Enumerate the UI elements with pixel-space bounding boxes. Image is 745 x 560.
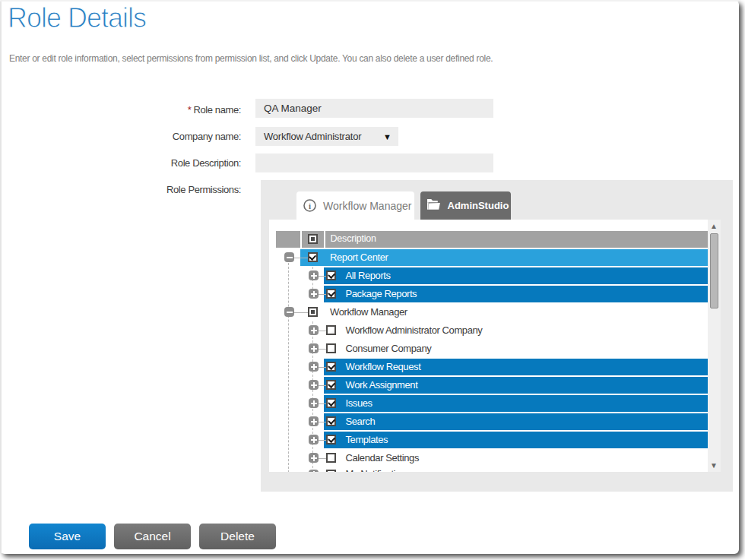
svg-text:i: i [309, 201, 311, 210]
